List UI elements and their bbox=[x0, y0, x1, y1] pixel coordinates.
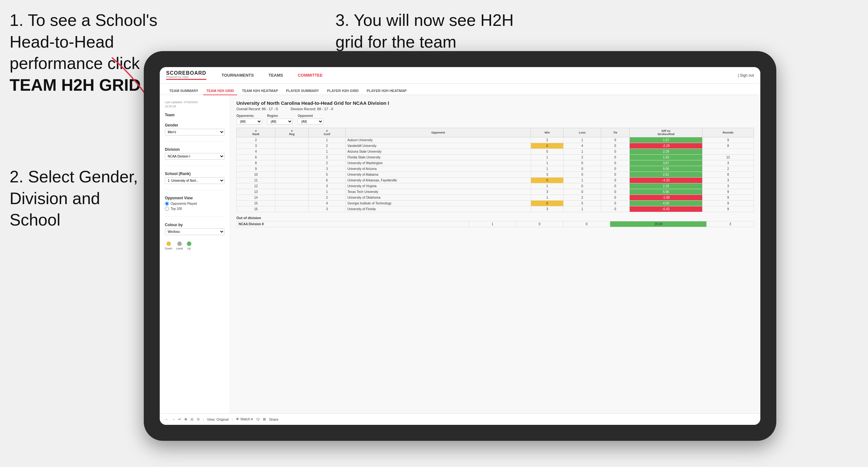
cell-rank: 11 bbox=[237, 178, 275, 183]
table-row: 14 2 University of Oklahoma 1 2 0 -1.00 … bbox=[237, 195, 754, 200]
subnav-player-h2h-grid[interactable]: PLAYER H2H GRID bbox=[323, 87, 362, 95]
cell-loss: 0 bbox=[563, 189, 601, 195]
table-row: 16 3 University of Florida 3 1 0 -6.42 9 bbox=[237, 206, 754, 212]
toolbar-grid[interactable]: ⊞ bbox=[263, 417, 266, 421]
cell-win: 3 bbox=[531, 206, 563, 212]
nav-tournaments[interactable]: TOURNAMENTS bbox=[219, 71, 256, 79]
col-win: Win bbox=[531, 128, 563, 137]
cell-win: 1 bbox=[531, 166, 563, 172]
cell-conf: 1 bbox=[308, 149, 345, 155]
divider1 bbox=[165, 141, 225, 142]
ood-diff: 26.00 bbox=[610, 221, 707, 227]
table-header-row: #Rank #Reg #Conf Opponent Win Loss Tie D… bbox=[237, 128, 754, 137]
filter-row: Opponents: (All) Region (All) Opponent bbox=[237, 114, 754, 125]
filter-region-select[interactable]: (All) bbox=[267, 119, 292, 125]
cell-opponent: Texas Tech University bbox=[345, 189, 531, 195]
cell-loss: 0 bbox=[563, 183, 601, 189]
radio-opponents-played-input[interactable] bbox=[165, 201, 169, 206]
filter-opponents-label: Opponents: bbox=[237, 114, 262, 118]
cell-rounds: 2 bbox=[703, 166, 754, 172]
filter-opponent-label: Opponent bbox=[298, 114, 323, 118]
cell-reg bbox=[275, 183, 309, 189]
radio-top100-input[interactable] bbox=[165, 207, 169, 211]
cell-rounds: 3 bbox=[703, 160, 754, 166]
radio-top100[interactable]: Top 100 bbox=[165, 207, 225, 211]
cell-reg bbox=[275, 189, 309, 195]
cell-win: 3 bbox=[531, 189, 563, 195]
cell-diff: -1.00 bbox=[630, 195, 703, 200]
toolbar-reset[interactable]: ↩ bbox=[178, 417, 181, 421]
subnav-team-h2h-grid[interactable]: TEAM H2H GRID bbox=[203, 87, 237, 95]
toolbar-share[interactable]: Share bbox=[269, 417, 278, 421]
subnav-player-summary[interactable]: PLAYER SUMMARY bbox=[283, 87, 322, 95]
col-opponent: Opponent bbox=[345, 128, 531, 137]
toolbar-add[interactable]: ⊕ bbox=[184, 417, 187, 421]
cell-conf: 1 bbox=[308, 137, 345, 143]
gender-select[interactable]: Men's bbox=[165, 129, 225, 135]
table-row: 6 2 Florida State University 1 2 0 1.83 … bbox=[237, 155, 754, 160]
filter-opponents-select[interactable]: (All) bbox=[237, 119, 262, 125]
toolbar-circle[interactable]: ◎ bbox=[190, 417, 194, 421]
cell-conf: 5 bbox=[308, 172, 345, 178]
out-of-division-table: NCAA Division II 1 0 0 26.00 3 bbox=[237, 221, 754, 227]
division-select[interactable]: NCAA Division I bbox=[165, 153, 225, 160]
color-legend: Down Level Up bbox=[165, 242, 225, 250]
legend-dot-up bbox=[187, 242, 191, 246]
nav-teams[interactable]: TEAMS bbox=[266, 71, 286, 79]
cell-conf: 2 bbox=[308, 143, 345, 149]
main-content: Last Updated: 27/03/2024 16:55:38 Team G… bbox=[160, 95, 760, 413]
toolbar-undo[interactable]: ← bbox=[165, 417, 168, 421]
cell-rank: 9 bbox=[237, 166, 275, 172]
division-record: Division Record: 88 - 17 - 0 bbox=[291, 107, 333, 111]
cell-tie: 0 bbox=[601, 183, 629, 189]
toolbar-redo[interactable]: → bbox=[172, 417, 175, 421]
cell-reg bbox=[275, 206, 309, 212]
cell-rank: 13 bbox=[237, 189, 275, 195]
cell-opponent: Auburn University bbox=[345, 137, 531, 143]
ood-tie: 0 bbox=[563, 221, 610, 227]
ood-win: 1 bbox=[469, 221, 516, 227]
nav-committee[interactable]: COMMITTEE bbox=[295, 71, 325, 79]
cell-win: 1 bbox=[531, 195, 563, 200]
toolbar-comment[interactable]: 🗨 bbox=[256, 417, 260, 421]
school-section: School (Rank) 1. University of Nort... bbox=[165, 172, 225, 184]
toolbar-clock[interactable]: ⊙ bbox=[197, 417, 200, 421]
toolbar-sep2: | bbox=[232, 417, 233, 421]
cell-reg bbox=[275, 166, 309, 172]
radio-opponents-played[interactable]: Opponents Played bbox=[165, 201, 225, 206]
timestamp-time: 16:55:38 bbox=[165, 104, 225, 108]
cell-reg bbox=[275, 155, 309, 160]
cell-rank: 2 bbox=[237, 137, 275, 143]
cell-win: 0 bbox=[531, 178, 563, 183]
table-row: 2 1 Auburn University 2 1 0 1.67 9 bbox=[237, 137, 754, 143]
cell-opponent: Arizona State University bbox=[345, 149, 531, 155]
cell-loss: 1 bbox=[563, 137, 601, 143]
school-select[interactable]: 1. University of Nort... bbox=[165, 177, 225, 184]
radio-group: Opponents Played Top 100 bbox=[165, 201, 225, 211]
subnav-team-h2h-heatmap[interactable]: TEAM H2H HEATMAP bbox=[239, 87, 281, 95]
cell-tie: 0 bbox=[601, 160, 629, 166]
cell-tie: 0 bbox=[601, 206, 629, 212]
toolbar-view[interactable]: View: Original bbox=[207, 417, 229, 421]
step2-text: 2. Select Gender, Division and School bbox=[9, 167, 138, 229]
colour-by-select[interactable]: Win/loss bbox=[165, 228, 225, 235]
cell-loss: 1 bbox=[563, 149, 601, 155]
legend-dot-level bbox=[177, 242, 182, 246]
cell-tie: 0 bbox=[601, 143, 629, 149]
cell-reg bbox=[275, 160, 309, 166]
cell-win: 5 bbox=[531, 149, 563, 155]
subnav-team-summary[interactable]: TEAM SUMMARY bbox=[166, 87, 202, 95]
cell-tie: 0 bbox=[601, 189, 629, 195]
cell-rank: 6 bbox=[237, 155, 275, 160]
cell-win: 3 bbox=[531, 172, 563, 178]
cell-conf: 3 bbox=[308, 166, 345, 172]
toolbar-watch[interactable]: 👁 Watch ▾ bbox=[236, 417, 253, 421]
subnav-player-h2h-heatmap[interactable]: PLAYER H2H HEATMAP bbox=[364, 87, 410, 95]
divider4 bbox=[165, 217, 225, 217]
left-panel: Last Updated: 27/03/2024 16:55:38 Team G… bbox=[160, 95, 230, 413]
filter-opponent-select[interactable]: (All) bbox=[298, 119, 323, 125]
cell-win: 0 bbox=[531, 200, 563, 206]
cell-tie: 0 bbox=[601, 172, 629, 178]
sign-out[interactable]: | Sign out bbox=[738, 73, 754, 77]
col-rank: #Rank bbox=[237, 128, 275, 137]
